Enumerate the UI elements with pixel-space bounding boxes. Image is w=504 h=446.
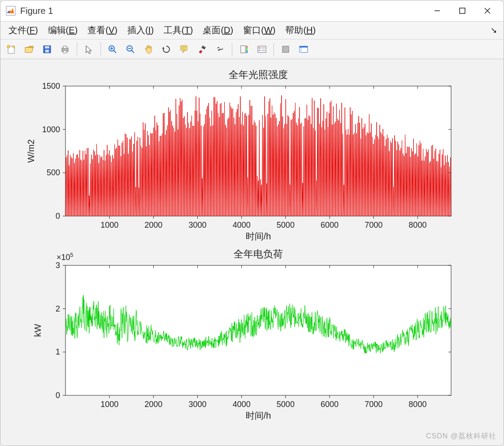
window-title: Figure 1: [20, 6, 425, 16]
svg-text:6000: 6000: [321, 400, 339, 409]
menu-overflow-icon[interactable]: ➘: [491, 26, 497, 35]
menu-view[interactable]: 查看(V): [83, 22, 122, 38]
maximize-button[interactable]: [450, 0, 475, 21]
svg-rect-2: [460, 8, 465, 13]
svg-text:1: 1: [56, 347, 60, 356]
svg-text:2: 2: [56, 304, 60, 313]
svg-text:4000: 4000: [233, 400, 251, 409]
svg-text:1000: 1000: [100, 221, 118, 229]
titlebar: Figure 1: [0, 0, 504, 22]
plots-svg[interactable]: 1000200030004000500060007000800005001000…: [0, 59, 504, 446]
zoom-out-button[interactable]: [122, 41, 139, 57]
menu-edit[interactable]: 编辑(E): [43, 22, 83, 38]
svg-rect-12: [63, 46, 67, 48]
svg-text:8000: 8000: [408, 400, 426, 409]
svg-rect-10: [45, 50, 49, 52]
svg-text:3000: 3000: [188, 400, 206, 409]
hide-tools-button[interactable]: [278, 41, 294, 57]
figure-window: Figure 1 文件(F) 编辑(E) 查看(V) 插入(I) 工具(T) 桌…: [0, 0, 504, 446]
svg-rect-22: [181, 46, 187, 50]
toolbar-separator: [274, 43, 274, 56]
svg-marker-23: [182, 50, 185, 53]
svg-rect-26: [201, 45, 206, 49]
svg-rect-79: [65, 265, 451, 395]
svg-rect-31: [259, 48, 261, 48]
svg-point-7: [7, 45, 10, 48]
svg-rect-27: [219, 49, 222, 50]
menu-tools[interactable]: 工具(T): [159, 22, 198, 38]
svg-text:6000: 6000: [321, 221, 339, 229]
svg-text:1000: 1000: [42, 125, 60, 134]
svg-text:时间/h: 时间/h: [246, 231, 271, 241]
svg-text:时间/h: 时间/h: [246, 411, 271, 420]
svg-text:2000: 2000: [144, 400, 162, 409]
svg-text:7000: 7000: [365, 221, 382, 229]
svg-text:全年电负荷: 全年电负荷: [234, 248, 283, 260]
svg-text:1500: 1500: [42, 82, 60, 91]
open-button[interactable]: [21, 41, 37, 57]
menu-file[interactable]: 文件(F): [4, 22, 43, 38]
svg-rect-32: [259, 50, 261, 51]
save-button[interactable]: [39, 41, 55, 57]
menu-window[interactable]: 窗口(W): [239, 22, 280, 38]
svg-rect-0: [6, 6, 15, 15]
toolbar-separator: [100, 43, 101, 56]
minimize-button[interactable]: [425, 0, 450, 21]
matlab-icon: [6, 6, 16, 16]
svg-text:500: 500: [47, 168, 60, 177]
svg-line-19: [131, 50, 134, 53]
menu-help[interactable]: 帮助(H): [281, 22, 320, 38]
svg-rect-9: [45, 46, 49, 48]
datatip-button[interactable]: [176, 41, 192, 57]
svg-text:2000: 2000: [144, 221, 162, 229]
svg-text:7000: 7000: [365, 400, 382, 409]
svg-line-15: [113, 50, 116, 53]
toolbar: [0, 39, 504, 59]
colorbar-button[interactable]: [236, 41, 252, 57]
svg-text:5000: 5000: [277, 221, 295, 229]
show-tools-button[interactable]: [295, 41, 312, 57]
svg-text:0: 0: [56, 212, 60, 221]
svg-text:4000: 4000: [233, 221, 251, 229]
svg-rect-13: [63, 51, 67, 53]
close-button[interactable]: [475, 0, 500, 21]
svg-text:8000: 8000: [408, 221, 426, 229]
svg-text:5000: 5000: [277, 400, 295, 409]
svg-text:1000: 1000: [100, 400, 118, 409]
link-button[interactable]: [212, 41, 228, 57]
svg-rect-35: [282, 46, 289, 52]
svg-text:0: 0: [56, 391, 60, 400]
plot-area: 1000200030004000500060007000800005001000…: [0, 59, 504, 446]
svg-text:3000: 3000: [188, 221, 206, 229]
svg-text:kW: kW: [33, 324, 43, 337]
svg-marker-21: [162, 47, 165, 49]
print-button[interactable]: [57, 41, 73, 57]
toolbar-separator: [232, 43, 232, 56]
svg-text:W/m2: W/m2: [26, 139, 36, 163]
svg-rect-28: [241, 46, 245, 53]
svg-text:×105: ×105: [56, 252, 74, 262]
menubar: 文件(F) 编辑(E) 查看(V) 插入(I) 工具(T) 桌面(D) 窗口(W…: [0, 22, 504, 39]
svg-rect-30: [258, 46, 266, 52]
new-figure-button[interactable]: [3, 41, 19, 57]
rotate-button[interactable]: [158, 41, 174, 57]
svg-text:3: 3: [56, 261, 60, 270]
brush-button[interactable]: [194, 41, 210, 57]
legend-button[interactable]: [254, 41, 270, 57]
toolbar-separator: [77, 43, 77, 56]
svg-rect-29: [246, 46, 248, 53]
pointer-button[interactable]: [81, 41, 97, 57]
svg-text:全年光照强度: 全年光照强度: [229, 69, 288, 80]
menu-insert[interactable]: 插入(I): [123, 22, 158, 38]
svg-rect-38: [300, 46, 308, 48]
menu-desktop[interactable]: 桌面(D): [198, 22, 238, 38]
pan-button[interactable]: [140, 41, 156, 57]
zoom-in-button[interactable]: [104, 41, 121, 57]
